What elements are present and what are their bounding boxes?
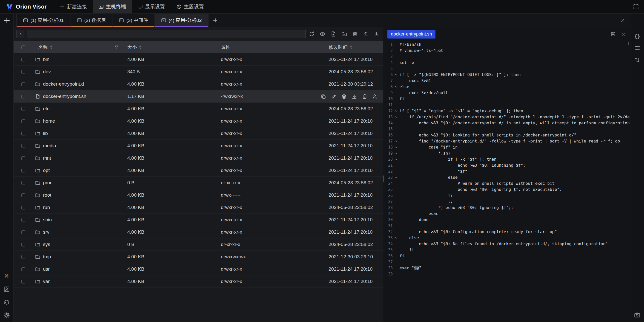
nav-theme-settings[interactable]: 主题设置: [171, 0, 210, 13]
file-row[interactable]: tmp4.00 KBdrwxrwxrwx2021-12-30 03:29:10: [14, 251, 383, 263]
file-name[interactable]: var: [43, 279, 50, 284]
row-checkbox[interactable]: [21, 206, 25, 209]
sync-icon[interactable]: [4, 299, 10, 305]
swap-icon[interactable]: [634, 57, 640, 63]
splitter-grip-icon[interactable]: [383, 175, 384, 182]
list-icon[interactable]: [634, 45, 640, 51]
panel-splitter[interactable]: [383, 27, 385, 322]
row-checkbox[interactable]: [21, 280, 25, 283]
file-row[interactable]: srv4.00 KBdrwxr-xr-x2021-11-24 17:20:10: [14, 226, 383, 238]
sort-size-button[interactable]: [139, 45, 142, 49]
save-icon[interactable]: [611, 31, 616, 37]
file-name[interactable]: dev: [43, 69, 51, 75]
path-input[interactable]: [36, 31, 303, 37]
file-name[interactable]: docker-entrypoint.sh: [43, 94, 86, 99]
file-name[interactable]: run: [43, 205, 50, 210]
eye-icon[interactable]: [320, 31, 325, 37]
editor-scrollbar-thumb[interactable]: [628, 42, 629, 45]
rail-add-button[interactable]: [3, 17, 10, 24]
file-name[interactable]: sbin: [43, 217, 52, 223]
file-name[interactable]: etc: [43, 106, 49, 112]
nav-host-terminal[interactable]: 主机终端: [93, 0, 132, 13]
row-checkbox[interactable]: [21, 70, 25, 74]
row-checkbox[interactable]: [21, 218, 25, 222]
file-row[interactable]: root4.00 KBdrwx------2021-11-24 17:20:10: [14, 189, 383, 201]
fold-icon[interactable]: [395, 176, 398, 179]
file-row[interactable]: var4.00 KBdrwxr-xr-x2021-11-24 17:20:10: [14, 275, 383, 288]
fold-icon[interactable]: [395, 110, 398, 113]
file-row[interactable]: docker-entrypoint.sh1.17 KB-rwxrwxr-x: [14, 90, 383, 103]
file-row[interactable]: opt4.00 KBdrwxr-xr-x2021-11-24 17:20:10: [14, 164, 383, 177]
nav-new-connection[interactable]: 新建连接: [54, 0, 93, 13]
file-row[interactable]: etc4.00 KBdrwxr-xr-x2024-05-28 23:58:02: [14, 103, 383, 115]
row-checkbox[interactable]: [21, 243, 25, 246]
fullscreen-icon[interactable]: [633, 4, 639, 10]
back-button[interactable]: [16, 30, 24, 38]
sort-name-button[interactable]: [50, 45, 53, 49]
file-name[interactable]: home: [43, 118, 55, 124]
file-plus-icon[interactable]: [331, 31, 336, 37]
row-checkbox[interactable]: [21, 156, 25, 160]
contacts-icon[interactable]: [4, 286, 10, 292]
row-checkbox[interactable]: [21, 119, 25, 123]
session-tab[interactable]: (3) 中间件: [112, 14, 155, 27]
row-checkbox[interactable]: [21, 267, 25, 271]
braces-icon[interactable]: {}: [634, 33, 640, 39]
session-tab[interactable]: (2) 数据库: [70, 14, 113, 27]
nav-display-settings[interactable]: 显示设置: [132, 0, 171, 13]
row-checkbox[interactable]: [21, 193, 25, 197]
fold-icon[interactable]: [395, 140, 398, 143]
trash-icon[interactable]: [352, 31, 358, 37]
row-action-grant-icon[interactable]: [372, 94, 378, 99]
row-action-trash-icon[interactable]: [341, 94, 347, 99]
row-action-edit-icon[interactable]: [331, 94, 336, 99]
file-row[interactable]: mnt4.00 KBdrwxr-xr-x2021-11-24 17:20:10: [14, 152, 383, 164]
row-checkbox[interactable]: [21, 181, 25, 185]
file-name[interactable]: root: [43, 192, 51, 198]
file-name[interactable]: media: [43, 143, 56, 149]
row-checkbox[interactable]: [21, 95, 25, 98]
command-icon[interactable]: ⌘: [4, 273, 10, 279]
new-tab-button[interactable]: [209, 14, 222, 27]
file-name[interactable]: bin: [43, 57, 49, 62]
file-row[interactable]: dev340 Bdrwxr-xr-x2024-05-28 23:58:02: [14, 66, 383, 78]
file-name[interactable]: usr: [43, 266, 50, 272]
brand[interactable]: Orion Visor: [0, 0, 54, 13]
fold-icon[interactable]: [395, 73, 398, 76]
row-checkbox[interactable]: [21, 107, 25, 111]
fold-icon[interactable]: [395, 152, 398, 155]
session-tab[interactable]: (1) 应用-分析01: [16, 14, 70, 27]
row-action-download-icon[interactable]: [352, 94, 357, 99]
row-checkbox[interactable]: [21, 132, 25, 135]
code-editor[interactable]: 1#!/bin/sh2# vim:sw=4:ts=4:et34set -e56i…: [385, 41, 630, 322]
fold-icon[interactable]: [395, 236, 398, 239]
upload-icon[interactable]: [363, 31, 369, 37]
session-tab[interactable]: (4) 应用-分析02: [155, 14, 209, 27]
file-name[interactable]: lib: [43, 131, 48, 136]
filter-icon[interactable]: [114, 45, 119, 49]
row-checkbox[interactable]: [21, 144, 25, 148]
row-checkbox[interactable]: [21, 58, 25, 61]
close-editor-icon[interactable]: [621, 31, 626, 37]
row-checkbox[interactable]: [21, 230, 25, 234]
fold-icon[interactable]: [395, 85, 398, 88]
fold-icon[interactable]: [395, 116, 398, 119]
file-row[interactable]: usr4.00 KBdrwxr-xr-x2021-11-24 17:20:10: [14, 263, 383, 275]
file-row[interactable]: sys0 Bdr-xr-xr-x2024-05-28 23:58:02: [14, 238, 383, 251]
row-action-copy-icon[interactable]: [321, 94, 326, 99]
fold-icon[interactable]: [395, 146, 398, 149]
file-name[interactable]: opt: [43, 168, 50, 173]
file-name[interactable]: docker-entrypoint.d: [43, 81, 84, 87]
download-icon[interactable]: [374, 31, 379, 37]
camera-icon[interactable]: [634, 312, 640, 318]
file-row[interactable]: proc0 Bdr-xr-xr-x2024-05-28 23:58:02: [14, 177, 383, 189]
refresh-icon[interactable]: [309, 31, 314, 37]
file-name[interactable]: sys: [43, 242, 50, 247]
path-tree-icon[interactable]: [30, 32, 34, 36]
fold-icon[interactable]: [395, 158, 398, 161]
gear-icon[interactable]: [4, 312, 10, 318]
file-row[interactable]: media4.00 KBdrwxr-xr-x2021-11-24 17:20:1…: [14, 140, 383, 152]
file-row[interactable]: lib4.00 KBdrwxr-xr-x2021-11-24 17:20:10: [14, 127, 383, 140]
row-checkbox[interactable]: [21, 82, 25, 86]
file-row[interactable]: home4.00 KBdrwxr-xr-x2021-11-24 17:20:10: [14, 115, 383, 127]
